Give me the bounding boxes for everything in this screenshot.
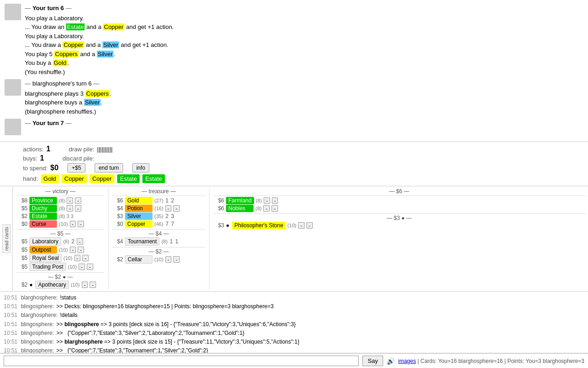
plus5-button[interactable]: +$5 [68,163,85,172]
pile-name-estate[interactable]: Estate [29,213,57,220]
read-cards-button[interactable]: read cards [2,224,11,253]
pile-plus-farmland[interactable]: - [272,197,278,204]
pile-minus-trading-post[interactable]: - [79,264,85,270]
pile-plus-duchy[interactable]: - [75,205,81,212]
spend-label: to spend: [23,165,48,172]
pile-silver: $3 Silver (35) 2 3 [112,213,205,220]
pile-minus-royal-seal[interactable]: - [74,255,81,261]
pile-philosophers-stone: $3 ● Philosopher's Stone (10) - - [213,222,585,229]
pile-plus-province[interactable]: - [75,197,81,204]
hand-card-copper1[interactable]: Copper [62,174,87,183]
end-turn-button[interactable]: end turn [95,163,123,172]
pile-minus-laboratory[interactable]: - [77,238,83,245]
turn-6-blargh-content: — blarghosphere's turn 6 — blarghosphere… [25,79,111,116]
discard-label: discard pile: [62,155,94,162]
col2-sub2: — $2 — [112,247,205,255]
pile-name-duchy[interactable]: Duchy [29,205,57,212]
pile-name-province[interactable]: Province [29,197,57,204]
col2-sub4: — $4 — [112,229,205,237]
hand-card-gold[interactable]: Gold [41,174,59,183]
turn-6-you-header: — Your turn 6 — [25,4,174,13]
pile-plus-philosophers-stone[interactable]: - [306,222,313,229]
pile-name-curse[interactable]: Curse [29,220,57,228]
col1-sub2: — $2 ● — [17,272,104,280]
log-line: (blarghosphere reshuffles.) [25,107,111,116]
draw-pile-bars: |||||||||| [97,146,113,153]
hand-card-copper2[interactable]: Copper [90,174,115,183]
chat-input[interactable] [4,356,359,366]
pile-trading-post: $5 Trading Post (10) - - [17,263,104,271]
read-cards-sidebar: read cards [0,186,13,291]
turn-7-you: — Your turn 7 — [5,119,583,135]
pile-name-silver[interactable]: Silver [125,213,153,220]
pile-plus-potion[interactable]: - [173,205,180,212]
spend-value: $0 [51,164,59,172]
buys-value: 1 [40,154,44,162]
pile-copper: $0 Copper (46) 7 7 [112,220,205,228]
pile-name-outpost[interactable]: Outpost [29,246,57,253]
pile-plus-outpost[interactable]: - [78,247,84,253]
right-header: — $6 — [213,188,585,196]
log-line: You buy a Gold. [25,58,174,68]
images-link[interactable]: images [398,358,416,364]
pile-name-copper[interactable]: Copper [125,220,153,228]
pile-name-apothecary[interactable]: Apothecary [35,281,69,289]
pile-minus-curse[interactable]: - [70,221,76,227]
card-copper: Copper [62,41,84,48]
pile-plus-curse[interactable]: - [78,221,84,227]
turn-7-you-content: — Your turn 7 — [25,119,72,129]
pile-duchy: $5 Duchy (8) - - [17,205,104,212]
pile-minus-potion[interactable]: - [165,205,172,212]
pile-name-philosophers-stone[interactable]: Philosopher's Stone [232,222,285,229]
card-silver: Silver [97,51,114,58]
pile-name-laboratory[interactable]: Laboratory [29,237,61,246]
pile-minus-outpost[interactable]: - [70,247,76,253]
pile-minus-duchy[interactable]: - [67,205,73,212]
hand-card-estate2[interactable]: Estate [142,174,165,183]
card-silver: Silver [84,99,101,106]
pile-plus-trading-post[interactable]: - [87,264,93,270]
avatar-you-7 [5,119,21,135]
pile-plus-apothecary[interactable]: - [90,282,96,288]
pile-minus-farmland[interactable]: - [264,197,270,204]
log-line-7: 10:51 blingosphere: >> {"Copper":7,"Esta… [4,346,584,353]
log-line-1: 10:51 blarghosphere: !status [4,293,584,302]
pile-minus-nobles[interactable]: - [263,205,270,212]
victory-header: — victory — [17,188,104,196]
log-line: (You reshuffle.) [25,68,174,77]
card-coppers: Coppers [54,51,79,58]
pile-province: $8 Province (8) - - [17,197,104,204]
pile-cellar: $2 Cellar (10) - - [112,255,205,264]
info-button[interactable]: info [132,163,149,172]
turn-6-blargh-header: — blarghosphere's turn 6 — [25,79,111,88]
pile-name-potion[interactable]: Potion [125,205,153,212]
pile-estate: $2 Estate (8) 3 3 [17,213,104,220]
buys-label: buys: [23,155,37,162]
pile-name-royal-seal[interactable]: Royal Seal [29,254,62,262]
card-estate: Estate [66,23,85,30]
say-button[interactable]: Say [362,356,383,366]
apothecary-circle: ● [29,282,33,288]
pile-name-nobles[interactable]: Nobles [226,205,254,212]
log-line: blarghosphere plays 3 Coppers. [25,89,111,98]
log-line-5: 10:51 blingosphere: >> {"Copper":7,"Esta… [4,329,584,338]
pile-name-gold[interactable]: Gold [125,197,153,204]
card-gold: Gold [53,59,67,66]
pile-minus-province[interactable]: - [67,197,73,204]
pile-name-cellar[interactable]: Cellar [125,255,153,264]
pile-name-tournament[interactable]: Tournament [125,237,159,246]
sound-icon[interactable]: 🔊 [387,357,395,365]
pile-plus-cellar[interactable]: - [173,256,180,263]
hand-label: hand: [23,175,38,182]
pile-plus-royal-seal[interactable]: - [82,255,89,261]
pile-minus-cellar[interactable]: - [165,256,172,263]
pile-name-farmland[interactable]: Farmland [226,197,254,204]
pile-minus-apothecary[interactable]: - [82,282,88,288]
turn-7-you-header: — Your turn 7 — [25,119,72,128]
hand-card-estate1[interactable]: Estate [117,174,140,183]
pile-plus-nobles[interactable]: - [271,205,278,212]
pile-name-trading-post[interactable]: Trading Post [29,263,66,271]
pile-minus-philosophers-stone[interactable]: - [298,222,305,229]
card-copper: Copper [103,23,124,30]
pile-gold: $6 Gold (27) 1 2 [112,197,205,204]
